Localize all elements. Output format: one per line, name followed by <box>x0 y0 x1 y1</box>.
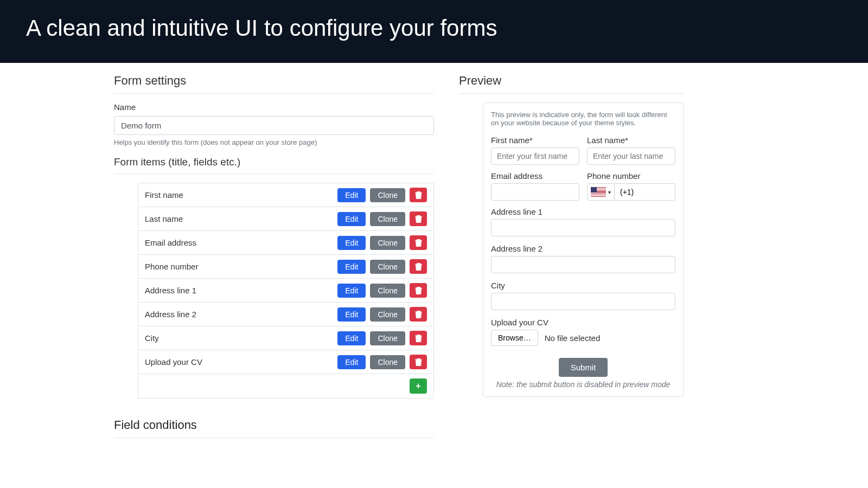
item-row: Last nameEditClone <box>138 207 433 231</box>
us-flag-icon <box>591 187 606 197</box>
delete-button[interactable] <box>410 235 427 250</box>
item-label: Phone number <box>145 262 333 271</box>
trash-icon <box>415 310 422 318</box>
trash-icon <box>415 191 422 199</box>
preview-panel: This preview is indicative only, the for… <box>483 102 684 397</box>
edit-button[interactable]: Edit <box>337 236 366 250</box>
submit-note: Note: the submit button is disabled in p… <box>491 380 675 389</box>
city-label: City <box>491 281 675 290</box>
edit-button[interactable]: Edit <box>337 212 366 226</box>
trash-icon <box>415 239 422 247</box>
add-row: + <box>138 374 433 398</box>
address1-input[interactable] <box>491 219 675 236</box>
item-row: Upload your CVEditClone <box>138 350 433 374</box>
trash-icon <box>415 358 422 366</box>
edit-button[interactable]: Edit <box>337 284 366 298</box>
delete-button[interactable] <box>410 188 427 202</box>
delete-button[interactable] <box>410 259 427 274</box>
item-row: CityEditClone <box>138 326 433 350</box>
item-row: Phone numberEditClone <box>138 255 433 279</box>
delete-button[interactable] <box>410 307 427 322</box>
phone-input[interactable] <box>615 183 675 201</box>
trash-icon <box>415 262 422 271</box>
trash-icon <box>415 334 422 342</box>
phone-country-select[interactable]: ▾ <box>587 183 615 201</box>
item-row: Address line 2EditClone <box>138 303 433 326</box>
trash-icon <box>415 215 422 223</box>
item-label: First name <box>145 190 333 200</box>
name-label: Name <box>114 102 434 112</box>
email-input[interactable] <box>491 183 579 201</box>
item-label: Last name <box>145 214 333 223</box>
item-label: Upload your CV <box>145 357 333 367</box>
field-conditions-title: Field conditions <box>114 418 434 432</box>
phone-label: Phone number <box>587 171 675 181</box>
item-row: Email addressEditClone <box>138 231 433 255</box>
trash-icon <box>415 286 422 294</box>
name-input[interactable] <box>114 116 434 135</box>
preview-note: This preview is indicative only, the for… <box>491 111 675 130</box>
email-label: Email address <box>491 171 579 181</box>
clone-button[interactable]: Clone <box>370 284 405 298</box>
clone-button[interactable]: Clone <box>370 260 405 274</box>
page-header: A clean and intuitive UI to configure yo… <box>0 0 868 63</box>
upload-label: Upload your CV <box>491 318 675 327</box>
clone-button[interactable]: Clone <box>370 188 405 202</box>
divider <box>114 93 434 94</box>
chevron-down-icon: ▾ <box>608 189 611 195</box>
form-items-title: Form items (title, fields etc.) <box>114 156 434 168</box>
address2-label: Address line 2 <box>491 244 675 253</box>
divider <box>114 438 434 438</box>
browse-button[interactable]: Browse… <box>491 330 538 346</box>
item-row: Address line 1EditClone <box>138 279 433 303</box>
edit-button[interactable]: Edit <box>337 260 366 274</box>
clone-button[interactable]: Clone <box>370 355 405 369</box>
item-row: First nameEditClone <box>138 183 433 207</box>
address2-input[interactable] <box>491 256 675 273</box>
last-name-label: Last name* <box>587 136 675 145</box>
preview-title: Preview <box>459 74 684 88</box>
first-name-input[interactable] <box>491 147 579 165</box>
edit-button[interactable]: Edit <box>337 307 366 322</box>
last-name-input[interactable] <box>587 147 675 165</box>
plus-icon: + <box>416 382 420 390</box>
delete-button[interactable] <box>410 283 427 298</box>
clone-button[interactable]: Clone <box>370 236 405 250</box>
item-label: Email address <box>145 238 333 247</box>
divider <box>114 174 434 174</box>
first-name-label: First name* <box>491 136 579 145</box>
form-settings-title: Form settings <box>114 74 434 88</box>
delete-button[interactable] <box>410 331 427 345</box>
delete-button[interactable] <box>410 211 427 226</box>
edit-button[interactable]: Edit <box>337 331 366 345</box>
name-help-text: Helps you identify this form (does not a… <box>114 138 434 146</box>
edit-button[interactable]: Edit <box>337 355 366 369</box>
item-label: City <box>145 333 333 343</box>
divider <box>459 93 684 94</box>
clone-button[interactable]: Clone <box>370 307 405 322</box>
submit-button[interactable]: Submit <box>559 358 608 377</box>
address1-label: Address line 1 <box>491 207 675 216</box>
item-label: Address line 2 <box>145 310 333 319</box>
item-label: Address line 1 <box>145 286 333 295</box>
edit-button[interactable]: Edit <box>337 188 366 202</box>
city-input[interactable] <box>491 293 675 310</box>
clone-button[interactable]: Clone <box>370 331 405 345</box>
page-title: A clean and intuitive UI to configure yo… <box>26 15 842 41</box>
delete-button[interactable] <box>410 355 427 369</box>
no-file-text: No file selected <box>545 333 601 343</box>
clone-button[interactable]: Clone <box>370 212 405 226</box>
items-table: First nameEditCloneLast nameEditCloneEma… <box>138 183 434 399</box>
add-item-button[interactable]: + <box>410 378 427 394</box>
